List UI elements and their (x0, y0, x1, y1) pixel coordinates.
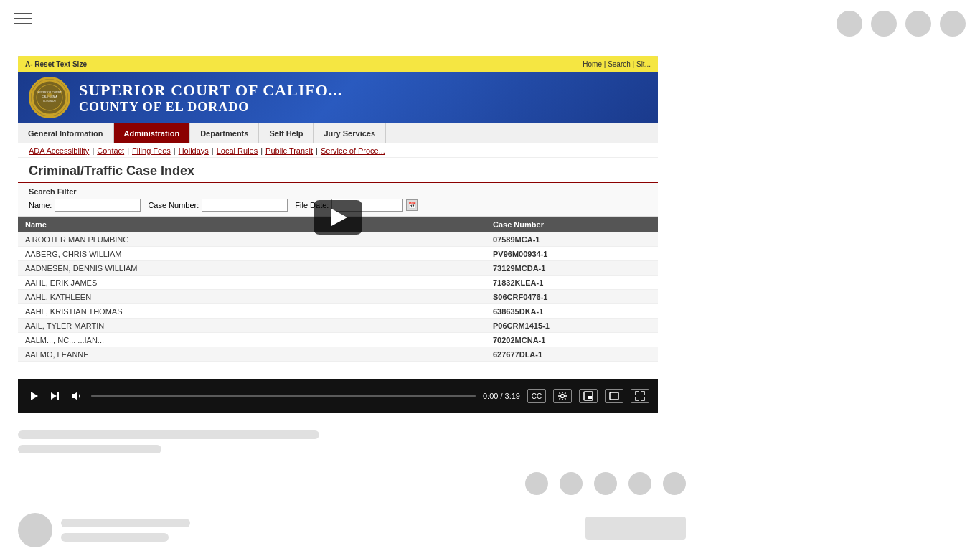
skeleton-profile-row (18, 513, 190, 547)
court-header: SUPERIOR COURT CALIFORNIA EL DORADO Supe… (18, 72, 658, 123)
skeleton-text-section (18, 430, 319, 459)
video-content-area: A- Reset Text Size Home | Search | Sit..… (18, 56, 658, 379)
top-icon-3[interactable] (905, 11, 931, 37)
skeleton-avatar (18, 513, 52, 547)
row-name: AADNESEN, DENNIS WILLIAM (18, 264, 486, 273)
row-name: AAHL, ERIK JAMES (18, 278, 486, 287)
sub-nav-public-transit[interactable]: Public Transit (265, 146, 313, 155)
row-name: AALMO, LEANNE (18, 350, 486, 359)
volume-button[interactable] (70, 390, 84, 402)
progress-bar[interactable] (91, 395, 476, 397)
court-title-line2: County of El Dorado (79, 100, 342, 115)
skeleton-action-button (585, 517, 686, 540)
play-pause-button[interactable] (27, 390, 41, 402)
court-title-line1: Superior Court of Califo... (79, 81, 342, 100)
text-size-a-minus[interactable]: A- Reset Text Size (25, 60, 87, 68)
page-title: Criminal/Traffic Case Index (18, 158, 658, 183)
top-icon-2[interactable] (871, 11, 897, 37)
row-case: 638635DKA-1 (486, 307, 658, 316)
table-row[interactable]: AADNESEN, DENNIS WILLIAM 73129MCDA-1 (18, 261, 658, 276)
col-header-name: Name (18, 220, 486, 229)
row-name: AABERG, CHRIS WILLIAM (18, 250, 486, 258)
row-case: 627677DLA-1 (486, 350, 658, 359)
nav-self-help[interactable]: Self Help (259, 123, 314, 143)
skeleton-text-block (61, 519, 190, 542)
svg-point-5 (47, 93, 52, 97)
row-case: 07589MCA-1 (486, 235, 658, 244)
row-case: 71832KLEA-1 (486, 278, 658, 287)
row-name: AAHL, KATHLEEN (18, 293, 486, 301)
row-case: 70202MCNA-1 (486, 336, 658, 344)
skeleton-line-2 (18, 445, 161, 453)
settings-button[interactable] (553, 389, 572, 403)
sub-nav-filing[interactable]: Filing Fees (132, 146, 171, 155)
svg-marker-7 (51, 392, 57, 400)
case-number-label: Case Number: (148, 201, 199, 209)
hamburger-line-3 (14, 23, 32, 24)
hamburger-line-2 (14, 18, 32, 19)
table-row[interactable]: AABERG, CHRIS WILLIAM PV96M00934-1 (18, 247, 658, 261)
skeleton-text-line-2 (61, 533, 169, 542)
svg-rect-8 (57, 392, 59, 400)
nav-administration[interactable]: Administration (114, 123, 191, 143)
video-player[interactable]: A- Reset Text Size Home | Search | Sit..… (18, 56, 658, 413)
time-current: 0:00 (483, 392, 498, 400)
next-button[interactable] (48, 391, 62, 401)
skeleton-dot-1 (525, 472, 548, 495)
time-total: 3:19 (505, 392, 520, 400)
row-name: AAIL, TYLER MARTIN (18, 321, 486, 330)
sub-nav-local-rules[interactable]: Local Rules (217, 146, 258, 155)
row-case: P06CRM1415-1 (486, 321, 658, 330)
table-row[interactable]: AALMO, LEANNE 627677DLA-1 (18, 347, 658, 362)
svg-point-10 (561, 395, 565, 398)
sub-nav-service[interactable]: Service of Proce... (321, 146, 385, 155)
skeleton-dots-row (525, 472, 686, 495)
case-number-input[interactable] (202, 199, 288, 212)
table-row[interactable]: AAHL, KATHLEEN S06CRF0476-1 (18, 290, 658, 304)
sub-nav-holidays[interactable]: Holidays (179, 146, 209, 155)
skeleton-dot-4 (628, 472, 651, 495)
table-row[interactable]: A ROOTER MAN PLUMBING 07589MCA-1 (18, 232, 658, 247)
text-size-bar: A- Reset Text Size Home | Search | Sit..… (18, 56, 658, 72)
table-row[interactable]: AAIL, TYLER MARTIN P06CRM1415-1 (18, 319, 658, 333)
sub-nav-contact[interactable]: Contact (97, 146, 124, 155)
row-name: A ROOTER MAN PLUMBING (18, 235, 486, 244)
table-row[interactable]: AAHL, ERIK JAMES 71832KLEA-1 (18, 276, 658, 290)
search-filter-label: Search Filter (29, 187, 647, 196)
text-size-left[interactable]: A- Reset Text Size (25, 60, 87, 68)
top-icons-group (837, 11, 966, 37)
fullscreen-button[interactable] (631, 389, 649, 403)
theater-button[interactable] (605, 389, 623, 403)
court-title: Superior Court of Califo... County of El… (79, 81, 342, 115)
cc-button[interactable]: CC (527, 389, 546, 403)
row-name: AAHL, KRISTIAN THOMAS (18, 307, 486, 316)
name-input[interactable] (55, 199, 141, 212)
play-button-overlay[interactable] (314, 200, 362, 235)
sub-nav-ada[interactable]: ADA Accessibility (29, 146, 89, 155)
calendar-icon[interactable]: 📅 (406, 199, 418, 211)
row-case: S06CRF0476-1 (486, 293, 658, 301)
row-name: AALM..., NC... ...IAN... (18, 336, 486, 344)
miniplayer-button[interactable] (579, 389, 598, 403)
name-label: Name: (29, 201, 52, 209)
table-row[interactable]: AAHL, KRISTIAN THOMAS 638635DKA-1 (18, 304, 658, 319)
svg-marker-9 (72, 392, 77, 400)
case-field-group: Case Number: (148, 199, 288, 212)
court-seal: SUPERIOR COURT CALIFORNIA EL DORADO (29, 77, 70, 118)
row-case: 73129MCDA-1 (486, 264, 658, 273)
skeleton-dot-2 (560, 472, 583, 495)
skeleton-text-line-1 (61, 519, 190, 527)
row-case: PV96M00934-1 (486, 250, 658, 258)
video-controls-bar: 0:00 / 3:19 CC (18, 379, 658, 413)
col-header-case: Case Number (486, 220, 658, 229)
play-triangle-icon (331, 209, 347, 226)
top-icon-4[interactable] (940, 11, 966, 37)
top-icon-1[interactable] (837, 11, 862, 37)
nav-general-information[interactable]: General Information (18, 123, 114, 143)
svg-marker-6 (31, 392, 38, 400)
hamburger-menu[interactable] (14, 13, 32, 24)
nav-departments[interactable]: Departments (190, 123, 259, 143)
skeleton-dot-5 (663, 472, 686, 495)
nav-jury-services[interactable]: Jury Services (314, 123, 386, 143)
table-row[interactable]: AALM..., NC... ...IAN... 70202MCNA-1 (18, 333, 658, 347)
